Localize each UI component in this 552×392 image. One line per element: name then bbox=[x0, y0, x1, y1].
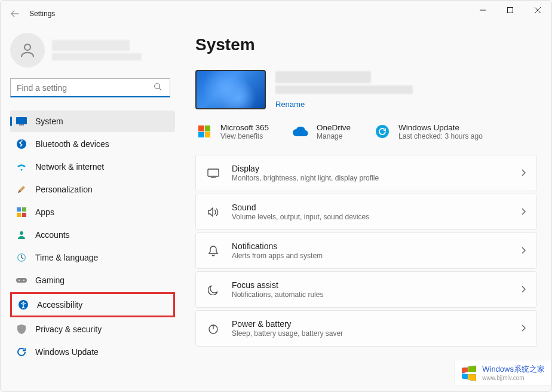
quick-microsoft365[interactable]: Microsoft 365 View benefits bbox=[195, 122, 269, 140]
sidebar-item-label: Gaming bbox=[35, 275, 65, 285]
setting-notifications[interactable]: Notifications Alerts from apps and syste… bbox=[195, 232, 537, 269]
quick-title: OneDrive bbox=[317, 123, 351, 132]
svg-rect-0 bbox=[508, 8, 513, 13]
card-title: Sound bbox=[232, 203, 509, 212]
svg-point-15 bbox=[23, 280, 24, 281]
card-title: Focus assist bbox=[232, 280, 509, 290]
quick-title: Microsoft 365 bbox=[220, 123, 269, 132]
card-sub: Alerts from apps and system bbox=[232, 252, 509, 260]
user-name-redacted bbox=[52, 40, 130, 51]
paintbrush-icon bbox=[16, 184, 27, 195]
svg-point-18 bbox=[376, 125, 389, 138]
watermark-url: www.bjjmlv.com bbox=[482, 375, 545, 381]
svg-rect-3 bbox=[16, 117, 27, 124]
card-title: Display bbox=[232, 164, 509, 173]
sidebar-item-label: Windows Update bbox=[35, 347, 99, 357]
svg-point-2 bbox=[155, 84, 160, 89]
watermark-text: Windows系统之家 bbox=[482, 364, 545, 375]
sidebar-item-network[interactable]: Network & internet bbox=[10, 156, 175, 177]
svg-rect-6 bbox=[17, 207, 21, 212]
setting-sound[interactable]: Sound Volume levels, output, input, soun… bbox=[195, 194, 537, 230]
card-title: Power & battery bbox=[232, 319, 509, 329]
sidebar-item-label: System bbox=[35, 117, 63, 126]
setting-display[interactable]: Display Monitors, brightness, night ligh… bbox=[195, 155, 537, 191]
sidebar-item-update[interactable]: Windows Update bbox=[10, 341, 175, 363]
sidebar-item-system[interactable]: System bbox=[10, 111, 175, 132]
bluetooth-icon bbox=[16, 139, 27, 149]
sidebar-item-bluetooth[interactable]: Bluetooth & devices bbox=[10, 133, 175, 155]
quick-sub: Manage bbox=[317, 132, 351, 140]
close-button[interactable] bbox=[524, 1, 551, 20]
setting-focus-assist[interactable]: Focus assist Notifications, automatic ru… bbox=[195, 271, 537, 308]
card-sub: Sleep, battery usage, battery saver bbox=[232, 329, 509, 338]
quick-onedrive[interactable]: OneDrive Manage bbox=[292, 122, 351, 140]
quick-windows-update[interactable]: Windows Update Last checked: 3 hours ago bbox=[373, 122, 483, 140]
windows-logo-icon bbox=[461, 365, 477, 381]
user-profile[interactable] bbox=[10, 33, 175, 68]
sidebar-item-label: Bluetooth & devices bbox=[35, 139, 109, 149]
sidebar-item-accessibility[interactable]: Accessibility bbox=[10, 292, 175, 317]
clock-icon bbox=[16, 252, 27, 263]
display-icon bbox=[16, 116, 27, 127]
svg-rect-8 bbox=[17, 213, 21, 217]
svg-rect-19 bbox=[208, 169, 219, 176]
svg-point-14 bbox=[19, 280, 20, 281]
svg-point-17 bbox=[23, 302, 24, 304]
moon-icon bbox=[207, 283, 220, 296]
accessibility-icon bbox=[18, 299, 29, 310]
svg-rect-4 bbox=[19, 124, 24, 125]
bell-icon bbox=[207, 244, 220, 258]
svg-point-10 bbox=[20, 231, 23, 235]
svg-rect-13 bbox=[16, 278, 27, 283]
card-sub: Monitors, brightness, night light, displ… bbox=[232, 174, 509, 182]
update-icon bbox=[16, 347, 27, 357]
sidebar: System Bluetooth & devices Network & int… bbox=[1, 27, 180, 391]
sidebar-item-label: Privacy & security bbox=[35, 324, 102, 334]
svg-rect-9 bbox=[22, 213, 26, 217]
microsoft365-icon bbox=[195, 122, 213, 140]
quick-title: Windows Update bbox=[398, 123, 483, 132]
card-sub: Notifications, automatic rules bbox=[232, 290, 509, 299]
search-input[interactable] bbox=[10, 78, 170, 97]
pc-thumbnail[interactable] bbox=[195, 70, 266, 109]
sidebar-item-label: Time & language bbox=[35, 253, 98, 262]
chevron-right-icon bbox=[521, 207, 526, 218]
quick-sub: View benefits bbox=[220, 132, 269, 140]
maximize-button[interactable] bbox=[496, 1, 524, 20]
monitor-icon bbox=[207, 167, 220, 180]
sidebar-item-label: Apps bbox=[35, 207, 54, 217]
rename-link[interactable]: Rename bbox=[275, 100, 413, 109]
svg-rect-7 bbox=[22, 207, 26, 212]
setting-power[interactable]: Power & battery Sleep, battery usage, ba… bbox=[195, 310, 537, 347]
apps-icon bbox=[16, 207, 27, 218]
pc-model-redacted bbox=[275, 85, 413, 94]
pc-name-redacted bbox=[275, 71, 371, 83]
sidebar-item-gaming[interactable]: Gaming bbox=[10, 270, 175, 291]
power-icon bbox=[207, 322, 220, 335]
gamepad-icon bbox=[16, 275, 27, 286]
minimize-button[interactable] bbox=[469, 1, 496, 20]
main-content: System Rename Microsoft 365 View benefit… bbox=[180, 27, 551, 391]
sidebar-item-personalization[interactable]: Personalization bbox=[10, 179, 175, 200]
chevron-right-icon bbox=[521, 284, 526, 295]
chevron-right-icon bbox=[521, 246, 526, 256]
page-title: System bbox=[195, 35, 537, 54]
sound-icon bbox=[207, 206, 220, 219]
sidebar-item-privacy[interactable]: Privacy & security bbox=[10, 318, 175, 340]
sidebar-item-label: Network & internet bbox=[35, 162, 104, 172]
window-title: Settings bbox=[29, 10, 55, 18]
sidebar-item-accounts[interactable]: Accounts bbox=[10, 224, 175, 246]
sidebar-item-time[interactable]: Time & language bbox=[10, 247, 175, 268]
sidebar-item-apps[interactable]: Apps bbox=[10, 201, 175, 223]
svg-point-1 bbox=[24, 44, 30, 50]
back-button[interactable] bbox=[8, 7, 22, 21]
card-sub: Volume levels, output, input, sound devi… bbox=[232, 213, 509, 221]
avatar-icon bbox=[10, 33, 45, 68]
sidebar-item-label: Accounts bbox=[35, 230, 70, 240]
quick-sub: Last checked: 3 hours ago bbox=[398, 132, 483, 140]
watermark: Windows系统之家 www.bjjmlv.com bbox=[454, 360, 551, 385]
card-title: Notifications bbox=[232, 241, 509, 251]
onedrive-icon bbox=[292, 122, 309, 140]
wifi-icon bbox=[16, 161, 27, 172]
shield-icon bbox=[16, 324, 27, 335]
